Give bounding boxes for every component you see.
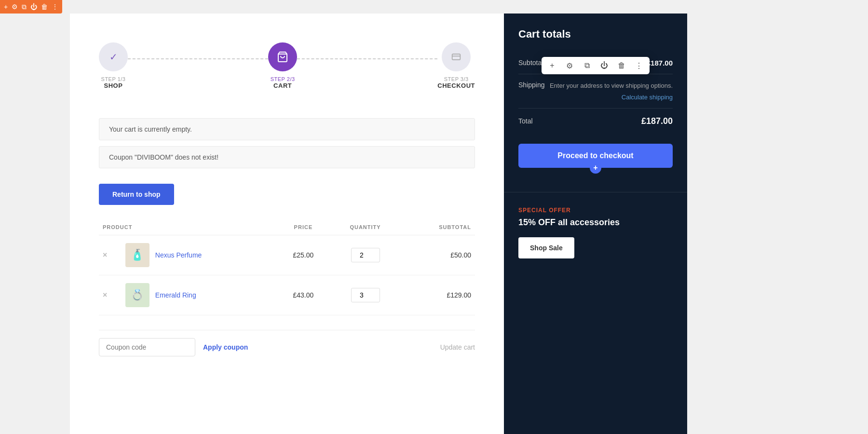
step-1-name: SHOP <box>101 82 126 89</box>
cart-totals-panel: + ⚙ ⧉ ⏻ 🗑 ⋮ Cart totals Subtotal £187.00… <box>504 14 687 182</box>
subtotal-value: £187.00 <box>647 59 673 67</box>
toolbar-icon-copy[interactable]: ⧉ <box>22 3 27 11</box>
nexus-perfume-qty[interactable] <box>351 248 380 262</box>
plus-badge: + <box>590 162 601 174</box>
step-connector-2 <box>297 58 437 59</box>
emerald-ring-qty[interactable] <box>351 288 380 302</box>
shipping-label: Shipping <box>518 81 545 89</box>
step-1: ✓ STEP 1/3 SHOP <box>99 42 128 89</box>
apply-coupon-button[interactable]: Apply coupon <box>203 343 248 351</box>
subtotal-label: Subtotal <box>518 59 543 67</box>
total-value: £187.00 <box>641 116 673 126</box>
toolbar-icon-trash[interactable]: 🗑 <box>41 3 48 11</box>
ft-power-icon[interactable]: ⏻ <box>598 60 610 71</box>
nexus-perfume-link[interactable]: Nexus Perfume <box>155 251 202 259</box>
calculate-shipping-link[interactable]: Calculate shipping <box>622 94 673 101</box>
col-product: PRODUCT <box>99 219 277 235</box>
return-to-shop-button[interactable]: Return to shop <box>99 184 174 205</box>
coupon-row: Apply coupon Update cart <box>99 330 475 364</box>
emerald-ring-image: 💍 <box>125 283 149 307</box>
step-3-name: CHECKOUT <box>437 82 475 89</box>
toolbar-icon-gear[interactable]: ⚙ <box>12 3 18 11</box>
steps-container: ✓ STEP 1/3 SHOP STEP 2/3 <box>99 33 475 99</box>
shipping-info: Enter your address to view shipping opti… <box>550 81 673 101</box>
checkout-button[interactable]: Proceed to checkout + <box>518 144 673 168</box>
toolbar-icon-plus[interactable]: + <box>4 3 8 11</box>
remove-emerald-ring-button[interactable]: × <box>103 291 107 299</box>
step-3-circle <box>442 42 471 71</box>
special-offer-badge: SPECIAL OFFER <box>518 207 673 214</box>
shipping-row: Shipping Enter your address to view ship… <box>518 74 673 108</box>
coupon-error-notice: Coupon "DIVIBOOM" does not exist! <box>99 146 475 168</box>
ft-plus-icon[interactable]: + <box>546 60 558 71</box>
step-2-circle <box>268 42 297 71</box>
remove-nexus-perfume-button[interactable]: × <box>103 251 107 259</box>
emerald-ring-link[interactable]: Emerald Ring <box>155 291 196 299</box>
nexus-perfume-subtotal: £50.00 <box>401 235 475 275</box>
ft-gear-icon[interactable]: ⚙ <box>564 60 575 71</box>
step-2: STEP 2/3 CART <box>268 42 297 89</box>
toolbar-icon-more[interactable]: ⋮ <box>52 3 58 11</box>
special-offer-text: 15% OFF all accessories <box>518 217 673 228</box>
table-row: × 💍 Emerald Ring £43.00 £ <box>99 275 475 315</box>
cart-table: PRODUCT PRICE QUANTITY SUBTOTAL × 🧴 <box>99 219 475 315</box>
page-wrapper: ✓ STEP 1/3 SHOP STEP 2/3 <box>0 0 868 434</box>
step-3-number: STEP 3/3 <box>437 76 475 82</box>
step-1-number: STEP 1/3 <box>101 76 126 82</box>
floating-toolbar[interactable]: + ⚙ ⧉ ⏻ 🗑 ⋮ <box>542 57 650 74</box>
emerald-ring-price: £43.00 <box>277 275 330 315</box>
step-1-circle: ✓ <box>99 42 128 71</box>
nexus-perfume-price: £25.00 <box>277 235 330 275</box>
nexus-perfume-image: 🧴 <box>125 243 149 267</box>
special-offer-panel: SPECIAL OFFER 15% OFF all accessories Sh… <box>504 192 687 273</box>
ft-more-icon[interactable]: ⋮ <box>633 60 645 71</box>
sidebar: + ⚙ ⧉ ⏻ 🗑 ⋮ Cart totals Subtotal £187.00… <box>504 14 687 434</box>
col-price: PRICE <box>277 219 330 235</box>
ft-copy-icon[interactable]: ⧉ <box>581 60 593 71</box>
step-3: STEP 3/3 CHECKOUT <box>437 42 475 89</box>
empty-cart-notice: Your cart is currently empty. <box>99 118 475 140</box>
step-2-number: STEP 2/3 <box>271 76 295 82</box>
shop-sale-button[interactable]: Shop Sale <box>518 237 574 258</box>
svg-rect-1 <box>452 54 461 60</box>
main-content: ✓ STEP 1/3 SHOP STEP 2/3 <box>70 14 504 434</box>
toolbar-icon-power[interactable]: ⏻ <box>30 3 37 11</box>
total-label: Total <box>518 117 533 125</box>
col-quantity: QUANTITY <box>329 219 401 235</box>
shipping-text: Enter your address to view shipping opti… <box>550 81 673 91</box>
cart-totals-title: Cart totals <box>518 28 673 41</box>
step-connector-1 <box>128 58 268 59</box>
step-2-name: CART <box>271 82 295 89</box>
total-row: Total £187.00 <box>518 108 673 134</box>
update-cart-button[interactable]: Update cart <box>440 343 475 351</box>
emerald-ring-subtotal: £129.00 <box>401 275 475 315</box>
table-row: × 🧴 Nexus Perfume £25.00 <box>99 235 475 275</box>
top-toolbar[interactable]: + ⚙ ⧉ ⏻ 🗑 ⋮ <box>0 0 62 14</box>
coupon-input[interactable] <box>99 338 195 356</box>
col-subtotal: SUBTOTAL <box>401 219 475 235</box>
ft-trash-icon[interactable]: 🗑 <box>616 60 627 71</box>
